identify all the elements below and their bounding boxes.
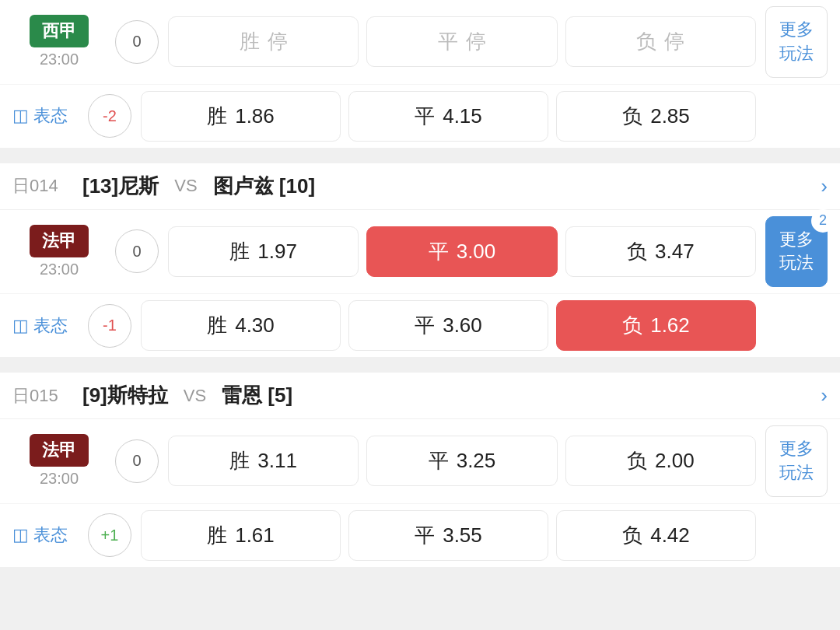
odds-value-win: 停 bbox=[268, 28, 288, 55]
handicap-xijia-1: 0 bbox=[115, 20, 159, 64]
odds-cell-win-xijia-2[interactable]: 胜 1.86 bbox=[141, 91, 341, 142]
more-btn-014-1[interactable]: 更多玩法 2 bbox=[765, 216, 828, 288]
odds-label-win-2: 胜 bbox=[207, 103, 227, 130]
odds-cell-win-xijia-1[interactable]: 胜 停 bbox=[168, 16, 359, 67]
team-vs-014: [13]尼斯 VS 图卢兹 [10] bbox=[82, 173, 813, 200]
odds-cell-lose-014-1[interactable]: 负 3.47 bbox=[565, 226, 756, 277]
odds-value-draw-015-2: 3.55 bbox=[443, 523, 482, 548]
match-row-xijia-1: 西甲 23:00 0 胜 停 平 停 负 停 更多玩法 bbox=[0, 0, 840, 85]
odds-cell-win-014-2[interactable]: 胜 4.30 bbox=[141, 300, 341, 351]
chevron-right-014[interactable]: › bbox=[821, 174, 828, 198]
odds-value-draw: 停 bbox=[466, 28, 486, 55]
odds-value-win-014-2: 4.30 bbox=[235, 313, 275, 338]
odds-cell-draw-015-1[interactable]: 平 3.25 bbox=[366, 436, 557, 486]
odds-cell-draw-xijia-2[interactable]: 平 4.15 bbox=[348, 91, 548, 142]
odds-cell-lose-015-2[interactable]: 负 4.42 bbox=[556, 510, 756, 561]
divider-2 bbox=[0, 365, 840, 373]
odds-label-win-015-2: 胜 bbox=[207, 522, 227, 549]
handicap-xijia-2: -2 bbox=[88, 94, 131, 138]
odds-cell-lose-xijia-1[interactable]: 负 停 bbox=[565, 16, 756, 67]
odds-value-win-2: 1.86 bbox=[235, 104, 275, 128]
home-team-015: [9]斯特拉 bbox=[82, 382, 168, 409]
odds-label-draw-015-2: 平 bbox=[415, 522, 435, 549]
odds-cell-draw-xijia-1[interactable]: 平 停 bbox=[366, 16, 557, 67]
odds-label-win-014-2: 胜 bbox=[207, 312, 227, 339]
odds-value-draw-015-1: 3.25 bbox=[457, 449, 496, 473]
odds-value-win-014-1: 1.97 bbox=[257, 240, 297, 264]
odds-label-lose-014-2: 负 bbox=[622, 312, 642, 339]
state-label-xijia[interactable]: 表态 bbox=[33, 104, 68, 128]
league-badge-015: 法甲 23:00 bbox=[12, 434, 106, 488]
match-time-xijia: 23:00 bbox=[40, 51, 79, 68]
odds-cell-win-014-1[interactable]: 胜 1.97 bbox=[168, 226, 359, 277]
odds-label-lose-014-1: 负 bbox=[627, 238, 647, 265]
odds-label-win-014-1: 胜 bbox=[229, 238, 250, 265]
odds-value-lose-2: 2.85 bbox=[650, 104, 690, 128]
league-badge-xijia: 西甲 23:00 bbox=[12, 15, 106, 68]
away-team-014: 图卢兹 [10] bbox=[213, 173, 315, 200]
state-icon-014: ◫ bbox=[12, 316, 29, 336]
vs-label-015: VS bbox=[184, 386, 206, 406]
odds-value-lose-014-2: 1.62 bbox=[650, 313, 690, 338]
match-header-014: 日014 [13]尼斯 VS 图卢兹 [10] › bbox=[0, 163, 840, 210]
odds-cell-draw-015-2[interactable]: 平 3.55 bbox=[348, 510, 548, 561]
league-tag-xijia: 西甲 bbox=[30, 15, 89, 47]
odds-cell-lose-015-1[interactable]: 负 2.00 bbox=[565, 436, 756, 486]
odds-label-lose: 负 bbox=[636, 28, 656, 55]
state-label-014[interactable]: 表态 bbox=[33, 314, 68, 338]
more-btn-015-1[interactable]: 更多玩法 bbox=[765, 425, 828, 497]
odds-cell-win-015-2[interactable]: 胜 1.61 bbox=[141, 510, 341, 561]
team-vs-015: [9]斯特拉 VS 雷恩 [5] bbox=[82, 382, 813, 409]
match-block-015: 日015 [9]斯特拉 VS 雷恩 [5] › 法甲 23:00 0 胜 3.1… bbox=[0, 373, 840, 567]
match-block-014: 日014 [13]尼斯 VS 图卢兹 [10] › 法甲 23:00 0 胜 1… bbox=[0, 163, 840, 358]
odds-label-draw: 平 bbox=[438, 28, 458, 55]
match-time-015: 23:00 bbox=[40, 470, 79, 488]
odds-cell-lose-014-2[interactable]: 负 1.62 bbox=[556, 300, 756, 351]
handicap-015-1: 0 bbox=[115, 439, 159, 483]
match-id-014: 日014 bbox=[12, 174, 75, 198]
more-btn-xijia-1[interactable]: 更多玩法 bbox=[765, 6, 828, 78]
state-icon-xijia: ◫ bbox=[12, 106, 29, 126]
chevron-right-015[interactable]: › bbox=[821, 383, 828, 408]
odds-value-draw-014-1: 3.00 bbox=[457, 240, 496, 264]
odds-label-draw-2: 平 bbox=[415, 103, 435, 130]
odds-value-draw-014-2: 3.60 bbox=[443, 313, 482, 338]
handicap-014-1: 0 bbox=[115, 229, 159, 273]
odds-cell-win-015-1[interactable]: 胜 3.11 bbox=[168, 436, 359, 486]
divider-1 bbox=[0, 156, 840, 163]
state-row-015-2: ◫ 表态 +1 胜 1.61 平 3.55 负 4.42 bbox=[0, 504, 840, 567]
odds-value-lose: 停 bbox=[664, 28, 684, 55]
state-label-015[interactable]: 表态 bbox=[33, 523, 68, 547]
odds-group-xijia-2: 胜 1.86 平 4.15 负 2.85 bbox=[141, 91, 756, 142]
league-tag-014: 法甲 bbox=[30, 225, 89, 257]
odds-label-draw-014-1: 平 bbox=[429, 238, 449, 265]
away-team-015: 雷恩 [5] bbox=[222, 382, 292, 409]
match-header-015: 日015 [9]斯特拉 VS 雷恩 [5] › bbox=[0, 373, 840, 419]
odds-group-015-1: 胜 3.11 平 3.25 负 2.00 bbox=[168, 436, 756, 486]
odds-value-lose-015-1: 2.00 bbox=[655, 449, 695, 473]
odds-group-xijia-1: 胜 停 平 停 负 停 bbox=[168, 16, 756, 67]
odds-label-lose-2: 负 bbox=[622, 103, 642, 130]
odds-cell-draw-014-2[interactable]: 平 3.60 bbox=[348, 300, 548, 351]
odds-label-win: 胜 bbox=[240, 28, 260, 55]
match-row-014-1: 法甲 23:00 0 胜 1.97 平 3.00 负 3.47 更多玩法 2 bbox=[0, 210, 840, 295]
handicap-014-2: -1 bbox=[88, 304, 131, 348]
odds-value-lose-015-2: 4.42 bbox=[650, 523, 690, 548]
vs-label-014: VS bbox=[174, 176, 197, 196]
odds-label-draw-014-2: 平 bbox=[415, 312, 435, 339]
odds-group-014-2: 胜 4.30 平 3.60 负 1.62 bbox=[141, 300, 756, 351]
odds-group-014-1: 胜 1.97 平 3.00 负 3.47 bbox=[168, 226, 756, 277]
match-time-014: 23:00 bbox=[40, 261, 79, 278]
handicap-015-2: +1 bbox=[88, 513, 131, 557]
state-row-014-2: ◫ 表态 -1 胜 4.30 平 3.60 负 1.62 bbox=[0, 294, 840, 357]
odds-value-win-015-1: 3.11 bbox=[257, 449, 297, 473]
match-row-015-1: 法甲 23:00 0 胜 3.11 平 3.25 负 2.00 更多玩法 bbox=[0, 419, 840, 504]
match-id-015: 日015 bbox=[12, 384, 75, 408]
odds-cell-lose-xijia-2[interactable]: 负 2.85 bbox=[556, 91, 756, 142]
odds-cell-draw-014-1[interactable]: 平 3.00 bbox=[366, 226, 557, 277]
league-tag-015: 法甲 bbox=[30, 434, 89, 467]
odds-label-lose-015-1: 负 bbox=[627, 447, 647, 474]
odds-value-lose-014-1: 3.47 bbox=[655, 240, 695, 264]
state-icon-015: ◫ bbox=[12, 525, 29, 545]
odds-label-draw-015-1: 平 bbox=[429, 447, 449, 474]
